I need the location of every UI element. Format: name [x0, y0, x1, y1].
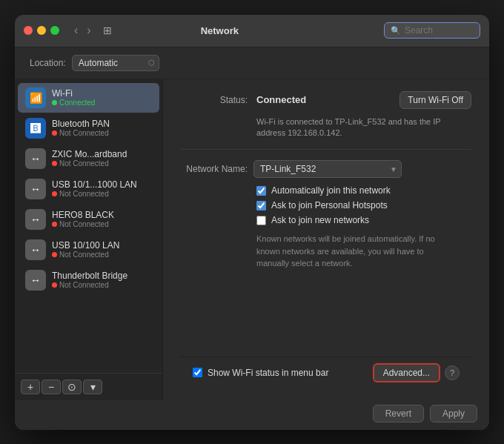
network-select-wrapper: TP-Link_F532 ▼ [253, 160, 402, 178]
settings-network-button[interactable]: ⊙ [62, 380, 82, 394]
turn-wifi-off-button[interactable]: Turn Wi-Fi Off [399, 91, 471, 109]
status-label: Status: [181, 95, 248, 105]
sidebar-text-bt: Bluetooth PAN Not Connected [52, 119, 110, 137]
search-icon: 🔍 [391, 26, 401, 36]
network-name-label: Network Name: [181, 164, 248, 174]
bottom-right: Advanced... ? [373, 363, 460, 382]
remove-network-button[interactable]: − [42, 380, 61, 394]
show-wifi-row: Show Wi-Fi status in menu bar [193, 368, 373, 378]
location-bar: Location: Automatic Edit Locations... ⬡ [15, 47, 489, 79]
sidebar-name-usb100: USB 10/100 LAN [52, 240, 119, 251]
main-window: ‹ › ⊞ Network 🔍 Location: Automatic Edit… [15, 15, 489, 430]
sidebar-status-text-zxic: Not Connected [59, 159, 109, 168]
sidebar-text-hero8: HERO8 BLACK Not Connected [52, 210, 114, 228]
sidebar-text-zxic: ZXIC Mo...ardband Not Connected [52, 149, 127, 168]
sidebar-item-wifi[interactable]: 📶 Wi-Fi Connected [18, 83, 159, 113]
sidebar-status-text-wifi: Connected [59, 99, 95, 107]
sidebar-status-hero8: Not Connected [52, 220, 114, 228]
sidebar-text-thunderbolt: Thunderbolt Bridge Not Connected [52, 271, 127, 289]
checkbox-row-auto-join: Automatically join this network [256, 185, 471, 196]
auto-join-label: Automatically join this network [271, 185, 391, 196]
sidebar-text-usb100: USB 10/100 LAN Not Connected [52, 240, 119, 259]
status-dot-usb1000 [52, 191, 57, 196]
apply-button[interactable]: Apply [430, 405, 477, 423]
known-networks-note: Known networks will be joined automatica… [256, 233, 457, 270]
sidebar-text-usb1000: USB 10/1...1000 LAN Not Connected [52, 179, 137, 198]
sidebar-name-hero8: HERO8 BLACK [52, 210, 114, 220]
dropdown-network-button[interactable]: ▾ [83, 380, 102, 394]
auto-join-checkbox[interactable] [256, 186, 266, 196]
help-button[interactable]: ? [445, 365, 460, 380]
sidebar-item-hero8[interactable]: ↔ HERO8 BLACK Not Connected [18, 205, 159, 234]
sidebar-status-text-hero8: Not Connected [59, 220, 109, 228]
status-dot-thunderbolt [52, 282, 57, 288]
add-network-button[interactable]: + [21, 380, 40, 394]
minimize-button[interactable] [37, 26, 46, 35]
status-dot-wifi [52, 100, 57, 105]
maximize-button[interactable] [50, 26, 59, 35]
status-dot-bt [52, 130, 57, 136]
window-title: Network [62, 25, 378, 36]
ask-new-label: Ask to join new networks [271, 215, 369, 225]
sidebar-name-wifi: Wi-Fi [52, 88, 95, 99]
sidebar-name-thunderbolt: Thunderbolt Bridge [52, 271, 127, 281]
advanced-button[interactable]: Advanced... [373, 363, 440, 382]
revert-button[interactable]: Revert [373, 405, 424, 423]
ask-new-checkbox[interactable] [256, 216, 266, 225]
status-value: Connected [256, 94, 391, 105]
status-dot-hero8 [52, 222, 57, 227]
sidebar-status-text-usb100: Not Connected [59, 251, 109, 259]
thunderbolt-icon: ↔ [25, 270, 46, 291]
status-dot-zxic [52, 161, 57, 166]
search-input[interactable] [405, 25, 474, 36]
sidebar-item-zxic[interactable]: ↔ ZXIC Mo...ardband Not Connected [18, 144, 159, 173]
main-content: 📶 Wi-Fi Connected 🅱 Bluetooth PAN [15, 79, 489, 400]
sidebar-name-bt: Bluetooth PAN [52, 119, 110, 129]
connection-info: Wi-Fi is connected to TP-Link_F532 and h… [256, 116, 471, 139]
bluetooth-icon: 🅱 [25, 118, 46, 139]
sidebar-item-usb-1000[interactable]: ↔ USB 10/1...1000 LAN Not Connected [18, 174, 159, 204]
sidebar-text-wifi: Wi-Fi Connected [52, 88, 95, 107]
sidebar-status-usb100: Not Connected [52, 251, 119, 259]
network-name-row: Network Name: TP-Link_F532 ▼ [181, 160, 471, 178]
detail-panel: Status: Connected Turn Wi-Fi Off Wi-Fi i… [163, 79, 489, 400]
ask-hotspots-checkbox[interactable] [256, 201, 266, 211]
usb1000-icon: ↔ [25, 179, 46, 199]
sidebar-item-thunderbolt[interactable]: ↔ Thunderbolt Bridge Not Connected [18, 265, 159, 295]
traffic-lights [24, 26, 59, 35]
sidebar: 📶 Wi-Fi Connected 🅱 Bluetooth PAN [15, 79, 163, 400]
sidebar-status-text-bt: Not Connected [59, 129, 109, 137]
sidebar-status-text-thunderbolt: Not Connected [59, 281, 109, 289]
sidebar-items: 📶 Wi-Fi Connected 🅱 Bluetooth PAN [15, 79, 162, 373]
sidebar-status-zxic: Not Connected [52, 159, 127, 168]
show-wifi-label: Show Wi-Fi status in menu bar [208, 368, 328, 378]
location-select-wrapper: Automatic Edit Locations... ⬡ [72, 55, 159, 71]
titlebar: ‹ › ⊞ Network 🔍 [15, 15, 489, 47]
checkboxes-area: Automatically join this network Ask to j… [256, 185, 471, 225]
network-name-select[interactable]: TP-Link_F532 [253, 160, 402, 178]
location-label: Location: [30, 58, 66, 68]
wifi-icon: 📶 [25, 87, 46, 108]
checkbox-row-ask-new: Ask to join new networks [256, 215, 471, 225]
sidebar-item-bluetooth-pan[interactable]: 🅱 Bluetooth PAN Not Connected [18, 113, 159, 143]
sidebar-name-usb1000: USB 10/1...1000 LAN [52, 179, 137, 190]
sidebar-status-thunderbolt: Not Connected [52, 281, 127, 289]
sidebar-name-zxic: ZXIC Mo...ardband [52, 149, 127, 159]
hero8-icon: ↔ [25, 209, 46, 230]
sidebar-bottom: + − ⊙ ▾ [15, 373, 162, 400]
action-bar: Revert Apply [15, 400, 489, 430]
sidebar-status-wifi: Connected [52, 99, 95, 107]
status-row: Status: Connected Turn Wi-Fi Off [181, 91, 471, 109]
sidebar-status-text-usb1000: Not Connected [59, 190, 109, 198]
location-select[interactable]: Automatic Edit Locations... [72, 55, 159, 71]
search-box[interactable]: 🔍 [384, 22, 480, 39]
status-dot-usb100 [52, 252, 57, 257]
close-button[interactable] [24, 26, 33, 35]
divider-1 [181, 149, 471, 150]
sidebar-status-usb1000: Not Connected [52, 190, 137, 198]
show-wifi-checkbox[interactable] [193, 368, 202, 377]
usb100-icon: ↔ [25, 239, 46, 260]
bottom-bar: Show Wi-Fi status in menu bar Advanced..… [181, 357, 471, 388]
sidebar-item-usb-100[interactable]: ↔ USB 10/100 LAN Not Connected [18, 235, 159, 265]
sidebar-status-bt: Not Connected [52, 129, 110, 137]
